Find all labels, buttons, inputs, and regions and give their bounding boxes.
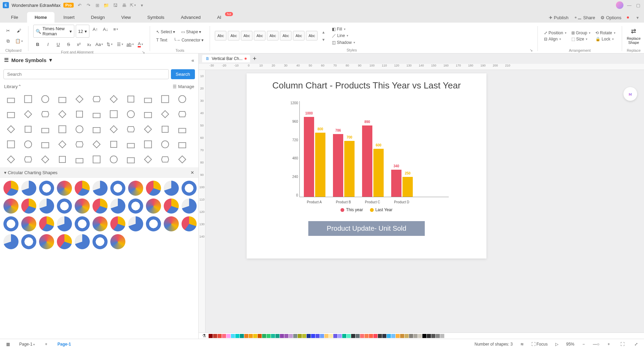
chart-shape-item[interactable]	[110, 234, 125, 249]
chart-shape-item[interactable]	[21, 181, 36, 196]
maximize-icon[interactable]: ▢	[635, 2, 641, 8]
color-swatch[interactable]	[360, 334, 364, 338]
shape-item[interactable]	[175, 108, 190, 121]
cut-icon[interactable]: ✂	[3, 26, 12, 35]
chart-shape-item[interactable]	[3, 234, 18, 249]
shape-item[interactable]	[72, 153, 87, 166]
replace-shape-button[interactable]: Replace Shape	[627, 36, 641, 45]
shape-item[interactable]	[38, 108, 53, 121]
bar-group[interactable]: 786700	[333, 134, 355, 197]
print-icon[interactable]: 🖶	[121, 2, 127, 8]
chart-shape-item[interactable]	[182, 216, 197, 231]
bar[interactable]: 700	[344, 141, 355, 197]
color-swatch[interactable]	[280, 334, 284, 338]
chart-shape-item[interactable]	[57, 198, 72, 214]
menu-view[interactable]: View	[114, 12, 138, 23]
zoom-out-icon[interactable]: −	[579, 340, 588, 349]
color-swatch[interactable]	[311, 334, 315, 338]
paragraph-align-icon[interactable]: ≡	[111, 25, 120, 34]
shape-item[interactable]	[158, 153, 173, 166]
undo-icon[interactable]: ↶	[76, 2, 83, 8]
gallery-up-icon[interactable]: ▴	[320, 29, 326, 35]
bullet-icon[interactable]: ☰	[115, 40, 124, 49]
shape-item[interactable]	[38, 138, 53, 151]
color-swatch[interactable]	[275, 334, 280, 338]
chart-title[interactable]: Column Chart - Products This Year vs Las…	[257, 80, 476, 91]
chart-shape-item[interactable]	[92, 198, 108, 214]
style-swatch[interactable]: Abc	[215, 31, 226, 40]
bar-group[interactable]: 340250	[391, 170, 413, 197]
color-swatch[interactable]	[209, 334, 213, 338]
chart-shape-item[interactable]	[182, 198, 197, 214]
chart-shape-item[interactable]	[110, 198, 125, 214]
export-icon[interactable]: ⇱	[130, 2, 136, 8]
chart-shape-item[interactable]	[146, 181, 161, 196]
shape-item[interactable]	[175, 138, 190, 151]
font-color-icon[interactable]: A	[136, 40, 145, 49]
color-swatch[interactable]	[218, 334, 222, 338]
shape-item[interactable]	[158, 123, 173, 136]
shape-item[interactable]	[72, 93, 87, 106]
save-icon[interactable]: 🖫	[112, 2, 118, 8]
zoom-in-icon[interactable]: +	[604, 340, 613, 349]
open-icon[interactable]: 📁	[103, 2, 109, 8]
copy-icon[interactable]: ⧉	[3, 37, 12, 46]
search-button[interactable]: Search	[171, 69, 195, 79]
shape-item[interactable]	[55, 93, 70, 106]
shape-item[interactable]	[140, 93, 156, 106]
zoom-level[interactable]: 95%	[566, 342, 574, 347]
shape-item[interactable]	[89, 153, 104, 166]
color-swatch[interactable]	[298, 334, 302, 338]
bar[interactable]: 786	[333, 134, 343, 197]
color-swatch[interactable]	[445, 334, 449, 338]
color-swatch[interactable]	[391, 334, 395, 338]
new-tab-icon[interactable]: +	[253, 55, 257, 62]
shape-item[interactable]	[72, 123, 87, 136]
font-size-select[interactable]: 12▾	[76, 25, 89, 38]
color-swatch[interactable]	[431, 334, 435, 338]
shape-item[interactable]	[55, 153, 70, 166]
color-swatch[interactable]	[333, 334, 337, 338]
document-tab[interactable]: 🗎 Vertical Bar Ch...	[202, 55, 250, 62]
chart-shape-item[interactable]	[128, 181, 143, 196]
chart-shape-item[interactable]	[39, 216, 54, 231]
chart-shape-item[interactable]	[75, 198, 90, 214]
style-swatch[interactable]: Abc	[241, 31, 252, 40]
rotate-button[interactable]: ⟲Rotate	[594, 30, 617, 36]
color-swatch[interactable]	[262, 334, 266, 338]
close-section-icon[interactable]: ✕	[190, 170, 194, 175]
bar[interactable]: 250	[402, 177, 413, 197]
color-swatch[interactable]	[258, 334, 262, 338]
position-button[interactable]: ⤢Position	[543, 30, 568, 36]
increase-font-icon[interactable]: A↑	[91, 25, 100, 34]
style-swatch[interactable]: Abc	[254, 31, 265, 40]
chart-shape-item[interactable]	[92, 234, 108, 249]
publish-button[interactable]: ✈Publish	[549, 15, 569, 20]
shape-item[interactable]	[55, 108, 70, 121]
shape-item[interactable]	[123, 108, 138, 121]
color-swatch[interactable]	[342, 334, 346, 338]
chart-shape-item[interactable]	[164, 181, 179, 196]
minimize-icon[interactable]: —	[626, 2, 632, 8]
color-swatch[interactable]	[440, 334, 444, 338]
case-icon[interactable]: Aa	[95, 40, 104, 49]
shape-item[interactable]	[72, 108, 87, 121]
shape-item[interactable]	[89, 138, 104, 151]
color-swatch[interactable]	[240, 334, 244, 338]
menu-insert[interactable]: Insert	[56, 12, 82, 23]
chevron-up-icon[interactable]: ⌃	[18, 84, 22, 89]
shape-item[interactable]	[3, 108, 18, 121]
add-page-icon[interactable]: +	[42, 340, 51, 349]
size-button[interactable]: ⬚Size	[570, 36, 592, 42]
color-swatch[interactable]	[235, 334, 239, 338]
color-swatch[interactable]	[373, 334, 377, 338]
sidebar-title-dropdown[interactable]: ▾	[49, 57, 52, 63]
color-swatch[interactable]	[271, 334, 275, 338]
shadow-button[interactable]: ◫Shadow	[331, 39, 356, 46]
shape-item[interactable]	[140, 153, 156, 166]
shape-item[interactable]	[21, 153, 36, 166]
presentation-icon[interactable]: ▷	[553, 340, 561, 349]
shape-item[interactable]	[140, 138, 156, 151]
chart-subtitle[interactable]: Product Update- Unit Sold	[308, 221, 425, 236]
color-swatch[interactable]	[356, 334, 360, 338]
